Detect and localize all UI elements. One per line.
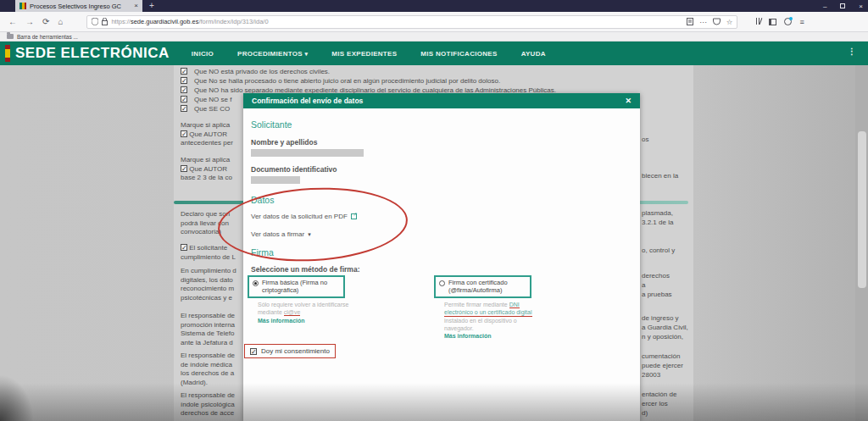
confirmation-modal: Confirmación del envío de datos ✕ Solici… bbox=[243, 93, 640, 421]
datos-annotation-ellipse bbox=[216, 183, 409, 266]
bg-fragment: n y oposición, bbox=[642, 333, 683, 341]
checkbox-checked-icon[interactable]: ✓ bbox=[181, 77, 187, 84]
clave-link[interactable]: cl@ve bbox=[284, 309, 301, 316]
bg-fragment: a Guardia Civil, bbox=[642, 324, 688, 331]
firma-basica-option[interactable]: Firma básica (Firma nocriptográfica) bbox=[248, 275, 345, 298]
library-icon[interactable] bbox=[756, 18, 761, 26]
kebab-menu-icon[interactable]: ⋮ bbox=[848, 47, 856, 56]
consent-label: Doy mi consentimiento bbox=[261, 347, 330, 355]
titlebar: Procesos Selectivos Ingreso GC × + – × bbox=[0, 0, 868, 12]
mas-informacion-link[interactable]: Más información bbox=[444, 333, 492, 339]
bg-fragment: cumentación bbox=[642, 352, 680, 360]
chevron-down-icon: ▾ bbox=[305, 51, 309, 57]
account-icon[interactable] bbox=[784, 18, 792, 25]
certificado-link[interactable]: electrónico o un certificado digital bbox=[444, 308, 532, 317]
bookmark-item[interactable]: Barra de herramientas ... bbox=[17, 34, 78, 40]
firma-certificado-helper: Permite firmar mediante DNI electrónico … bbox=[444, 301, 532, 332]
bg-fragment: a bbox=[642, 281, 645, 289]
browser-toolbar: ← → ⟳ ⌂ https://sede.guardiacivil.gob.es… bbox=[0, 12, 868, 32]
firma-basica-helper: Sólo requiere volver a identificarse med… bbox=[258, 301, 348, 316]
bg-fragment: o, control y bbox=[642, 247, 675, 254]
tracking-shield-icon[interactable] bbox=[92, 18, 98, 25]
menu-icon[interactable]: ≡ bbox=[799, 18, 804, 26]
reader-mode-icon[interactable] bbox=[687, 18, 693, 25]
bg-fragment: 3.2.1 de la bbox=[642, 219, 673, 226]
nav-procedimientos[interactable]: PROCEDIMIENTOS ▾ bbox=[237, 50, 308, 58]
maximize-button[interactable] bbox=[840, 3, 845, 8]
spain-flag-icon bbox=[5, 45, 10, 62]
bg-paragraph: Marque si aplica ✓ Que AUTOR base 2 3 de… bbox=[181, 156, 250, 183]
firma-certificado-option[interactable]: Firma con certificado(@firma/Autofirma) bbox=[434, 275, 531, 298]
bg-check-item: ✓Que No se halla procesado o tiene abier… bbox=[181, 77, 500, 86]
bookmark-star-icon[interactable]: ☆ bbox=[726, 18, 733, 26]
back-icon[interactable]: ← bbox=[8, 17, 17, 26]
checkbox-checked-icon[interactable]: ✓ bbox=[181, 96, 187, 102]
nav-ayuda[interactable]: AYUDA bbox=[521, 50, 546, 58]
lock-icon bbox=[102, 18, 108, 25]
site-brand[interactable]: SEDE ELECTRÓNICA bbox=[15, 45, 170, 62]
bg-fragment: plasmada, bbox=[642, 209, 673, 217]
page-scrollbar[interactable] bbox=[855, 65, 868, 421]
solicitante-heading: Solicitante bbox=[251, 119, 292, 130]
browser-tab[interactable]: Procesos Selectivos Ingreso GC × bbox=[15, 0, 142, 12]
window-close-button[interactable]: × bbox=[859, 3, 863, 10]
bg-check-item: ✓Que NO está privado de los derechos civ… bbox=[181, 68, 330, 77]
bg-fragment: 28003 bbox=[642, 371, 660, 379]
nav-mis-expedientes[interactable]: MIS EXPEDIENTES bbox=[331, 50, 397, 58]
bg-fragment: d) bbox=[642, 409, 648, 417]
modal-close-icon[interactable]: ✕ bbox=[625, 97, 632, 105]
mas-informacion-link[interactable]: Más información bbox=[258, 318, 305, 324]
url-bar[interactable]: https://sede.guardiacivil.gob.es/form/in… bbox=[86, 15, 737, 29]
checkbox-checked-icon[interactable]: ✓ bbox=[181, 244, 187, 251]
nav-mis-notificaciones[interactable]: MIS NOTIFICACIONES bbox=[420, 50, 497, 58]
bg-fragment: os bbox=[642, 136, 648, 143]
bg-fragment: entación de bbox=[642, 391, 676, 398]
bg-fragment: de ingreso y bbox=[642, 314, 679, 322]
bg-fragment: a pruebas bbox=[642, 291, 672, 298]
home-icon[interactable]: ⌂ bbox=[58, 17, 63, 26]
sidebar-icon[interactable] bbox=[769, 19, 776, 25]
forward-icon[interactable]: → bbox=[25, 17, 34, 26]
bg-paragraph: En cumplimiento d digitales, los dato re… bbox=[181, 267, 250, 302]
select-method-label: Seleccione un método de firma: bbox=[251, 265, 359, 274]
name-label: Nombre y apellidos bbox=[251, 138, 317, 147]
bg-fragment: derechos bbox=[642, 272, 670, 280]
bg-paragraph: El responsable de promoción interna Sist… bbox=[181, 312, 250, 347]
folder-icon bbox=[7, 34, 14, 39]
url-text[interactable]: https://sede.guardiacivil.gob.es/form/in… bbox=[111, 18, 683, 25]
nav-inicio[interactable]: INICIO bbox=[192, 50, 214, 58]
checkbox-checked-icon[interactable]: ✓ bbox=[181, 165, 187, 172]
bg-fragment: ercer los bbox=[642, 400, 668, 407]
page-body: ✓Que NO está privado de los derechos civ… bbox=[0, 65, 868, 421]
bg-paragraph: El responsable de índole psicológica der… bbox=[181, 391, 250, 418]
radio-unselected-icon[interactable] bbox=[439, 280, 445, 286]
bg-paragraph: El responsable de de índole médica los d… bbox=[181, 352, 250, 387]
consent-checkbox-checked[interactable]: ✓ bbox=[250, 348, 257, 355]
dni-link[interactable]: DNI bbox=[509, 302, 520, 308]
bg-check-item: ✓Que NO se f bbox=[181, 96, 231, 105]
tab-title: Procesos Selectivos Ingreso GC bbox=[30, 3, 131, 10]
bg-fragment: blecen en la bbox=[642, 172, 678, 180]
checkbox-checked-icon[interactable]: ✓ bbox=[181, 130, 187, 137]
page-actions-icon[interactable]: ⋯ bbox=[699, 18, 707, 26]
bg-fragment: puede ejercer bbox=[642, 362, 683, 369]
bookmarks-bar: Barra de herramientas ... bbox=[0, 32, 868, 42]
radio-selected-icon[interactable] bbox=[253, 280, 259, 286]
scrollbar-thumb[interactable] bbox=[858, 131, 866, 288]
checkbox-checked-icon[interactable]: ✓ bbox=[181, 68, 187, 75]
checkbox-checked-icon[interactable]: ✓ bbox=[181, 105, 187, 112]
reload-icon[interactable]: ⟳ bbox=[42, 17, 49, 26]
name-value-redacted bbox=[251, 149, 364, 157]
tab-close-icon[interactable]: × bbox=[134, 3, 138, 9]
browser-window: Procesos Selectivos Ingreso GC × + – × ←… bbox=[0, 0, 868, 421]
corner-shadow bbox=[0, 374, 34, 421]
bg-check-item: ✓Que SE CO bbox=[181, 105, 230, 114]
pocket-icon[interactable] bbox=[713, 18, 721, 25]
doc-value-redacted bbox=[251, 176, 300, 184]
consent-annotation-box: ✓ Doy mi consentimiento bbox=[244, 344, 336, 358]
checkbox-checked-icon[interactable]: ✓ bbox=[181, 86, 187, 93]
bg-paragraph: Marque si aplica ✓ Que AUTOR antecedente… bbox=[181, 121, 250, 148]
site-navbar: SEDE ELECTRÓNICA INICIO PROCEDIMIENTOS ▾… bbox=[0, 42, 868, 65]
new-tab-button[interactable]: + bbox=[149, 1, 154, 11]
minimize-button[interactable]: – bbox=[823, 3, 826, 10]
